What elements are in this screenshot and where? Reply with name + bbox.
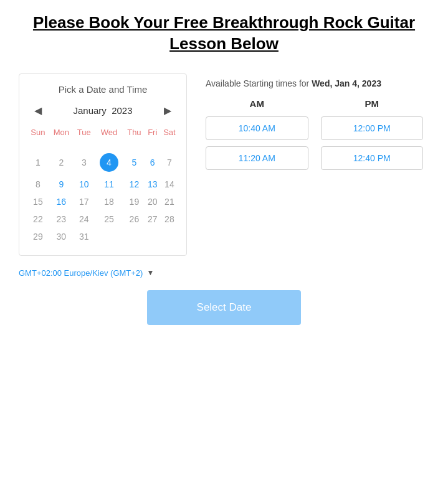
day-of-week-header: Wed (95, 125, 123, 142)
calendar-day: 7 (160, 149, 179, 176)
day-of-week-header: Tue (74, 125, 95, 142)
time-section: Available Starting times for Wed, Jan 4,… (199, 73, 429, 256)
day-of-week-header: Thu (123, 125, 145, 142)
calendar-day (95, 142, 123, 149)
calendar-day: 17 (74, 193, 95, 210)
calendar-week-row: 1234567 (27, 149, 179, 176)
calendar-day: 15 (27, 193, 49, 210)
calendar-day: 28 (160, 210, 179, 228)
prev-month-button[interactable]: ◀ (29, 102, 47, 119)
calendar-day[interactable]: 9 (49, 176, 74, 193)
calendar-day: 22 (27, 210, 49, 228)
calendar-day (160, 142, 179, 149)
calendar-day: 8 (27, 176, 49, 193)
calendar-day: 20 (145, 193, 160, 210)
calendar-day (74, 142, 95, 149)
calendar-day[interactable]: 5 (123, 149, 145, 176)
calendar-day: 19 (123, 193, 145, 210)
timezone-selector[interactable]: GMT+02:00 Europe/Kiev (GMT+2) ▼ (19, 268, 154, 278)
calendar-day: 18 (95, 193, 123, 210)
pm-header: PM (321, 98, 424, 109)
day-of-week-header: Fri (145, 125, 160, 142)
calendar-nav: ◀ January 2023 ▶ (27, 102, 179, 119)
calendar-day[interactable]: 10 (74, 176, 95, 193)
calendar-day (145, 228, 160, 245)
calendar-week-row: 293031 (27, 228, 179, 245)
am-time-slot[interactable]: 11:20 AM (206, 146, 308, 170)
calendar-day: 1 (27, 149, 49, 176)
calendar-day: 3 (74, 149, 95, 176)
day-of-week-header: Mon (49, 125, 74, 142)
calendar-week-row: 15161718192021 (27, 193, 179, 210)
calendar-day: 26 (123, 210, 145, 228)
calendar-day (123, 228, 145, 245)
calendar-day (49, 142, 74, 149)
calendar-table: SunMonTueWedThuFriSat 123456789101112131… (27, 125, 179, 245)
calendar-day[interactable]: 6 (145, 149, 160, 176)
calendar-day: 14 (160, 176, 179, 193)
calendar-day: 24 (74, 210, 95, 228)
am-header: AM (206, 98, 308, 109)
calendar-day: 21 (160, 193, 179, 210)
next-month-button[interactable]: ▶ (159, 102, 176, 119)
available-label: Available Starting times for Wed, Jan 4,… (206, 78, 423, 88)
main-content: Pick a Date and Time ◀ January 2023 ▶ Su… (19, 73, 429, 256)
calendar-week-row: 22232425262728 (27, 210, 179, 228)
timezone-row: GMT+02:00 Europe/Kiev (GMT+2) ▼ (19, 268, 429, 278)
calendar-day: 30 (49, 228, 74, 245)
am-time-slot[interactable]: 10:40 AM (206, 116, 308, 140)
pm-time-slot[interactable]: 12:00 PM (321, 116, 424, 140)
timezone-dropdown-arrow: ▼ (146, 268, 154, 277)
calendar-day[interactable]: 11 (95, 176, 123, 193)
timezone-text: GMT+02:00 Europe/Kiev (GMT+2) (19, 268, 143, 278)
calendar-day (95, 228, 123, 245)
calendar-day[interactable]: 16 (49, 193, 74, 210)
pm-time-slot[interactable]: 12:40 PM (321, 146, 424, 170)
calendar-day: 2 (49, 149, 74, 176)
page-title: Please Book Your Free Breakthrough Rock … (31, 12, 417, 55)
calendar-day (27, 142, 49, 149)
time-columns: AM 10:40 AM11:20 AM PM 12:00 PM12:40 PM (206, 98, 423, 176)
calendar-day[interactable]: 4 (95, 149, 123, 176)
am-column: AM 10:40 AM11:20 AM (206, 98, 308, 176)
day-of-week-header: Sun (27, 125, 49, 142)
calendar-day: 23 (49, 210, 74, 228)
calendar-day[interactable]: 12 (123, 176, 145, 193)
month-year-label: January 2023 (73, 105, 132, 116)
calendar-week-row (27, 142, 179, 149)
select-date-button[interactable]: Select Date (147, 290, 302, 325)
calendar-day (145, 142, 160, 149)
calendar-day (123, 142, 145, 149)
calendar-day (160, 228, 179, 245)
pm-column: PM 12:00 PM12:40 PM (321, 98, 424, 176)
calendar-day[interactable]: 13 (145, 176, 160, 193)
calendar-week-row: 891011121314 (27, 176, 179, 193)
calendar-day: 31 (74, 228, 95, 245)
selected-date-label: Wed, Jan 4, 2023 (312, 78, 381, 88)
calendar-day: 25 (95, 210, 123, 228)
calendar-day: 29 (27, 228, 49, 245)
calendar-day: 27 (145, 210, 160, 228)
calendar-label: Pick a Date and Time (27, 84, 179, 95)
day-of-week-header: Sat (160, 125, 179, 142)
calendar-section: Pick a Date and Time ◀ January 2023 ▶ Su… (19, 73, 187, 256)
